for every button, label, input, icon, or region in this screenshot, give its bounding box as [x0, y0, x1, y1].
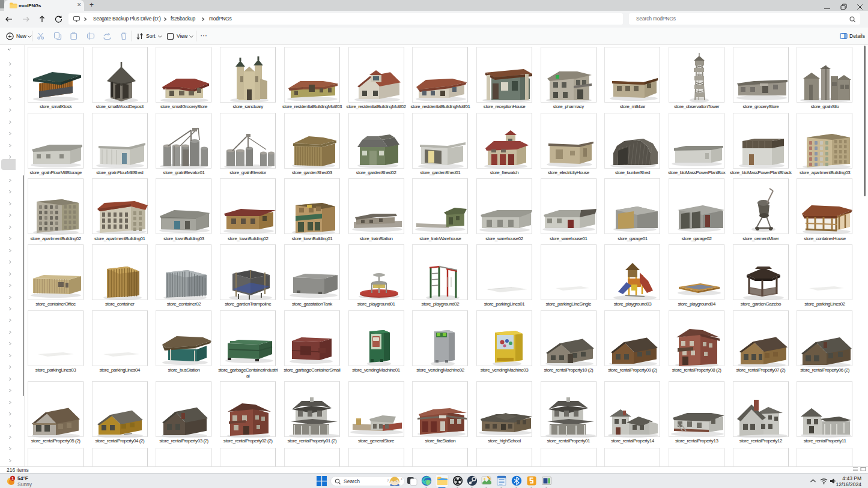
- svg-text:♪: ♪: [401, 477, 402, 481]
- svg-text:♪: ♪: [387, 478, 389, 482]
